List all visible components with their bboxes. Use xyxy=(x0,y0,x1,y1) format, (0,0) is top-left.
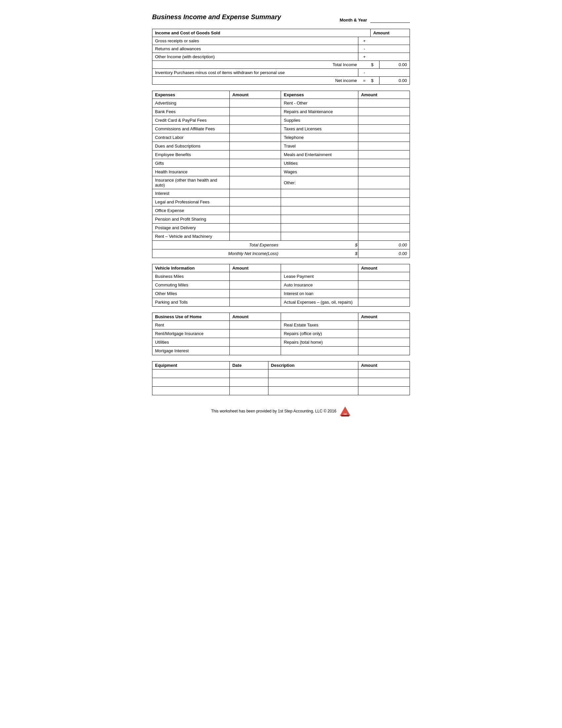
vehicle-left-label: Commuting Miles xyxy=(152,281,230,289)
total-expenses-value: 0.00 xyxy=(358,241,410,249)
income-amount-2 xyxy=(370,45,410,53)
income-amount-3 xyxy=(370,53,410,61)
income-table: Income and Cost of Goods Sold Amount Gro… xyxy=(152,29,410,85)
inventory-row: Inventory Purchases minus cost of items … xyxy=(152,69,410,77)
equip-3-amt xyxy=(358,387,410,395)
home-row: UtilitiesRepairs (total home) xyxy=(152,338,410,347)
expense-row: AdvertisingRent - Other xyxy=(152,99,410,107)
expense-right-amount xyxy=(358,224,410,232)
income-label-1: Gross receipts or sales xyxy=(152,37,358,45)
expense-right-amount xyxy=(358,189,410,198)
expense-right-label: Supplies xyxy=(281,116,358,125)
expense-right-label xyxy=(281,215,358,224)
income-row-2: Returns and allowances - xyxy=(152,45,410,53)
expense-right-label: Travel xyxy=(281,142,358,150)
home-right-amount xyxy=(358,338,410,347)
expenses-col2-header: Amount xyxy=(230,91,281,99)
equip-1-desc xyxy=(268,369,358,378)
vehicle-left-amount xyxy=(230,272,281,281)
expense-row: Interest xyxy=(152,189,410,198)
home-row: RentReal Estate Taxes xyxy=(152,321,410,329)
expense-left-label: Commissions and Affiliate Fees xyxy=(152,125,230,133)
expense-right-label: Meals and Entertainment xyxy=(281,150,358,159)
expense-left-amount xyxy=(230,116,281,125)
page-header: Business Income and Expense Summary Mont… xyxy=(152,13,410,23)
equip-2-amt xyxy=(358,378,410,387)
equipment-col4-header: Amount xyxy=(358,362,410,369)
income-sign-1: + xyxy=(358,37,370,45)
expense-left-amount xyxy=(230,133,281,142)
vehicle-right-amount xyxy=(358,272,410,281)
expenses-col1-header: Expenses xyxy=(152,91,230,99)
net-income-loss-label: Monthly Net Income(Loss) xyxy=(152,249,281,258)
vehicle-right-label: Actual Expenses – (gas, oil, repairs) xyxy=(281,298,358,307)
home-left-label: Utilities xyxy=(152,338,230,347)
equip-2-desc xyxy=(268,378,358,387)
vehicle-col4-header: Amount xyxy=(358,264,410,272)
month-year-label: Month & Year xyxy=(340,18,367,22)
vehicle-right-amount xyxy=(358,281,410,289)
expense-row: Legal and Professional Fees xyxy=(152,198,410,206)
home-col4-header: Amount xyxy=(358,313,410,321)
expense-right-label xyxy=(281,198,358,206)
expense-right-label xyxy=(281,206,358,215)
expense-right-label: Rent - Other xyxy=(281,99,358,107)
expense-right-label: Repairs and Maintenance xyxy=(281,107,358,116)
income-label-2: Returns and allowances xyxy=(152,45,358,53)
home-col3-header xyxy=(281,313,358,321)
page-title: Business Income and Expense Summary xyxy=(152,13,281,21)
income-amount-1 xyxy=(370,37,410,45)
expense-row: Pension and Profit Sharing xyxy=(152,215,410,224)
expense-left-label: Rent – Vehicle and Machinery xyxy=(152,232,230,241)
expense-row: Office Expense xyxy=(152,206,410,215)
expense-left-label: Postage and Delivery xyxy=(152,224,230,232)
net-income-value: 0.00 xyxy=(379,77,410,85)
expense-left-label: Health Insurance xyxy=(152,168,230,176)
home-left-amount xyxy=(230,321,281,329)
equip-3-desc xyxy=(268,387,358,395)
vehicle-row: Commuting MilesAuto Insurance xyxy=(152,281,410,289)
expense-left-label: Advertising xyxy=(152,99,230,107)
expense-right-amount xyxy=(358,107,410,116)
expense-left-amount xyxy=(230,150,281,159)
expense-left-label: Gifts xyxy=(152,159,230,168)
home-left-label: Mortgage Interest xyxy=(152,347,230,355)
expense-left-label: Contract Labor xyxy=(152,133,230,142)
expense-left-label: Bank Fees xyxy=(152,107,230,116)
net-income-loss-dollar: $ xyxy=(281,249,358,258)
equip-2-date xyxy=(230,378,268,387)
expense-right-label xyxy=(281,189,358,198)
expense-row: GiftsUtilities xyxy=(152,159,410,168)
home-right-label: Real Estate Taxes xyxy=(281,321,358,329)
vehicle-left-amount xyxy=(230,289,281,298)
equipment-col3-header: Description xyxy=(268,362,358,369)
vehicle-left-amount xyxy=(230,281,281,289)
vehicle-right-amount xyxy=(358,289,410,298)
expense-right-label: Utilities xyxy=(281,159,358,168)
vehicle-col3-header xyxy=(281,264,358,272)
expense-right-amount xyxy=(358,99,410,107)
expense-right-amount xyxy=(358,159,410,168)
expense-row: Contract LaborTelephone xyxy=(152,133,410,142)
net-income-row: Net income = $ 0.00 xyxy=(152,77,410,85)
svg-rect-3 xyxy=(341,415,349,416)
expense-left-amount xyxy=(230,198,281,206)
expense-right-label: Telephone xyxy=(281,133,358,142)
expense-row: Employee BenefitsMeals and Entertainment xyxy=(152,150,410,159)
expense-row: Health InsuranceWages xyxy=(152,168,410,176)
home-left-amount xyxy=(230,338,281,347)
month-year-line xyxy=(370,18,410,23)
total-expenses-label: Total Expenses xyxy=(152,241,281,249)
expense-left-amount xyxy=(230,224,281,232)
footer-text: This worksheet has been provided by 1st … xyxy=(211,409,336,413)
expense-left-amount xyxy=(230,142,281,150)
expense-left-amount xyxy=(230,159,281,168)
net-income-label: Net income xyxy=(152,77,358,85)
expenses-col3-header: Expenses xyxy=(281,91,358,99)
vehicle-left-label: Business Miles xyxy=(152,272,230,281)
expense-left-label: Pension and Profit Sharing xyxy=(152,215,230,224)
expense-right-amount xyxy=(358,232,410,241)
income-label-3: Other Income (with description) xyxy=(152,53,358,61)
home-left-amount xyxy=(230,347,281,355)
income-row-1: Gross receipts or sales + xyxy=(152,37,410,45)
